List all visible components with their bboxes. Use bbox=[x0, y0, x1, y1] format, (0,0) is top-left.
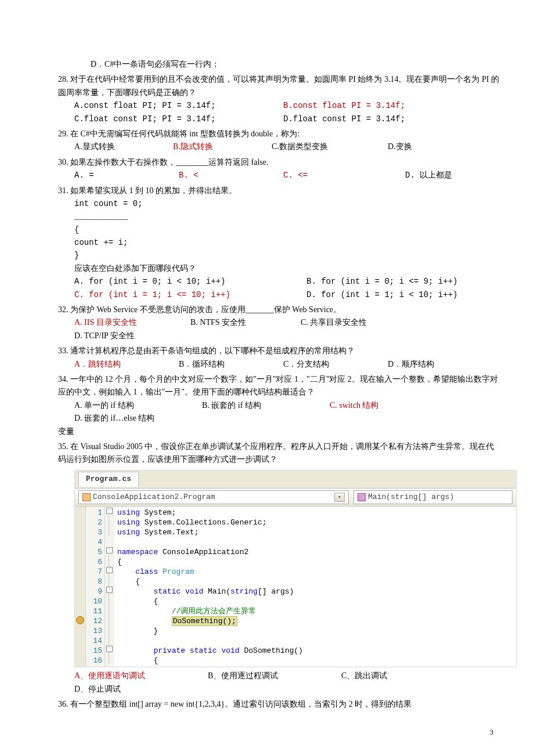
ide-comment: //调用此方法会产生异常 bbox=[172, 607, 257, 616]
question-32: 32. 为保护 Web Service 不受恶意访问的攻击，应使用_______… bbox=[58, 303, 499, 342]
question-30: 30. 如果左操作数大于右操作数，________运算符返回 false. A.… bbox=[58, 156, 499, 182]
q28-text: 对于在代码中经常要用到的且不会改变的值，可以将其声明为常量。如圆周率 PI 始终… bbox=[58, 75, 499, 96]
q34-c: C. switch 结构 bbox=[330, 399, 446, 412]
q31-c: C. for (int i = 1; i <= 10; i++) bbox=[74, 288, 306, 301]
q29-d: D.变换 bbox=[388, 140, 430, 153]
question-31: 31. 如果希望实现从 1 到 10 的累加，并得出结果。 int count … bbox=[58, 185, 499, 302]
ide-dd2: Main(string[] args) bbox=[368, 491, 454, 504]
question-33: 33. 通常计算机程序总是由若干条语句组成的，以下哪种不是组成程序的常用结构？ … bbox=[58, 345, 499, 371]
ide-nav-bar: ConsoleApplication2.Program ▾ Main(strin… bbox=[75, 489, 516, 507]
ide-code: using System; using System.Collections.G… bbox=[114, 507, 516, 667]
q35-b: B、使用逐过程调试 bbox=[208, 670, 341, 682]
q29-num: 29. bbox=[58, 129, 68, 138]
page-number: 3 bbox=[490, 726, 494, 739]
q34-a: A. 单一的 if 结构 bbox=[74, 399, 202, 412]
q35-num: 35. bbox=[58, 442, 68, 451]
q28-a: A.const float PI; PI = 3.14f; bbox=[74, 99, 283, 112]
ide-line-numbers: 1234 5678 9101112 13141516 bbox=[86, 507, 105, 667]
q35-c: C、跳出调试 bbox=[341, 670, 452, 682]
q31-l4: count += i; bbox=[58, 236, 499, 249]
q36-num: 36. bbox=[58, 700, 68, 708]
q34-text: 一年中的 12 个月，每个月的中文对应一个数字，如"一月"对应 1，"二月"对应… bbox=[58, 375, 498, 396]
ide-current-line: DoSomething(); bbox=[172, 616, 237, 626]
q29-text: 在 C#中无需编写任何代码就能将 int 型数值转换为 double，称为: bbox=[70, 129, 300, 138]
breakpoint-icon bbox=[76, 616, 84, 624]
q32-d: D. TCP/IP 安全性 bbox=[74, 330, 152, 342]
q29-c: C.数据类型变换 bbox=[272, 140, 388, 153]
ide-tab-bar: Program.cs bbox=[75, 471, 516, 489]
q29-b: B.隐式转换 bbox=[173, 140, 272, 153]
q31-b: B. for (int i = 0; i <= 9; i++) bbox=[306, 275, 475, 288]
q33-num: 33. bbox=[58, 346, 68, 355]
q36-text: 有一个整型数组 int[] array = new int{1,2,3,4}。通… bbox=[70, 700, 412, 708]
q31-num: 31. bbox=[58, 186, 68, 195]
ide-class-dropdown: ConsoleApplication2.Program ▾ bbox=[78, 490, 349, 505]
ide-dd1: ConsoleApplication2.Program bbox=[93, 491, 215, 504]
question-29: 29. 在 C#中无需编写任何代码就能将 int 型数值转换为 double，称… bbox=[58, 128, 499, 154]
q30-num: 30. bbox=[58, 158, 68, 167]
ide-method-dropdown: Main(string[] args) bbox=[353, 490, 513, 505]
question-36: 36. 有一个整型数组 int[] array = new int{1,2,3,… bbox=[58, 698, 499, 711]
q33-a: A．跳转结构 bbox=[74, 358, 179, 371]
q33-c: C．分支结构 bbox=[283, 358, 388, 371]
q33-b: B．循环结构 bbox=[179, 358, 283, 371]
q30-b: B. < bbox=[179, 169, 283, 182]
q33-text: 通常计算机程序总是由若干条语句组成的，以下哪种不是组成程序的常用结构？ bbox=[70, 346, 355, 355]
question-35: 35. 在 Visual Studio 2005 中，假设你正在单步调试某个应用… bbox=[58, 440, 499, 696]
q34-num: 34. bbox=[58, 375, 68, 384]
q27d: D．C#中一条语句必须写在一行内； bbox=[58, 58, 499, 71]
chevron-down-icon: ▾ bbox=[334, 493, 345, 502]
q28-b: B.const float PI = 3.14f; bbox=[283, 99, 423, 112]
q33-d: D．顺序结构 bbox=[388, 358, 452, 371]
q32-num: 32. bbox=[58, 305, 68, 314]
q32-text: 为保护 Web Service 不受恶意访问的攻击，应使用_______保护 W… bbox=[70, 305, 341, 314]
q31-l5: } bbox=[58, 249, 499, 262]
q29-a: A.显式转换 bbox=[74, 140, 173, 153]
q34-b: B. 嵌套的 if 结构 bbox=[202, 399, 330, 412]
ide-outline-gutter: - - - - - bbox=[105, 507, 114, 667]
question-28: 28. 对于在代码中经常要用到的且不会改变的值，可以将其声明为常量。如圆周率 P… bbox=[58, 73, 499, 125]
q31-l2: ___________ bbox=[58, 210, 499, 223]
q35-text: 在 Visual Studio 2005 中，假设你正在单步调试某个应用程序。程… bbox=[58, 442, 494, 464]
q35-d: D、停止调试 bbox=[74, 683, 138, 696]
q34-var: 变量 bbox=[58, 425, 499, 438]
q28-d: D.float const PI = 3.14f; bbox=[283, 113, 423, 125]
q31-d: D. for (int i = 1; i < 10; i++) bbox=[306, 288, 475, 301]
q30-text: 如果左操作数大于右操作数，________运算符返回 false. bbox=[70, 158, 268, 167]
ide-tab: Program.cs bbox=[78, 472, 139, 487]
method-icon bbox=[358, 493, 366, 501]
q28-c: C.float const PI; PI = 3.14f; bbox=[74, 113, 283, 125]
q32-a: A. IIS 目录安全性 bbox=[74, 316, 190, 329]
q30-a: A. = bbox=[74, 169, 179, 182]
q35-a: A、使用逐语句调试 bbox=[74, 670, 208, 682]
q30-d: D. 以上都是 bbox=[405, 169, 470, 182]
q34-d: D. 嵌套的 if…else 结构 bbox=[74, 412, 172, 425]
q31-prompt: 应该在空白处添加下面哪段代码？ bbox=[58, 262, 499, 275]
q31-l3: { bbox=[58, 223, 499, 236]
ide-breakpoint-gutter bbox=[75, 507, 86, 667]
q28-num: 28. bbox=[58, 75, 68, 84]
class-icon bbox=[82, 493, 91, 501]
ide-screenshot: Program.cs ConsoleApplication2.Program ▾… bbox=[74, 470, 517, 668]
q31-text: 如果希望实现从 1 到 10 的累加，并得出结果。 bbox=[70, 186, 237, 195]
q30-c: C. <= bbox=[283, 169, 405, 182]
q32-c: C. 共享目录安全性 bbox=[301, 316, 423, 329]
question-34: 34. 一年中的 12 个月，每个月的中文对应一个数字，如"一月"对应 1，"二… bbox=[58, 373, 499, 438]
q32-b: B. NTFS 安全性 bbox=[190, 316, 301, 329]
q31-a: A. for (int i = 0; i < 10; i++) bbox=[74, 275, 306, 288]
q31-l1: int count = 0; bbox=[58, 197, 499, 210]
